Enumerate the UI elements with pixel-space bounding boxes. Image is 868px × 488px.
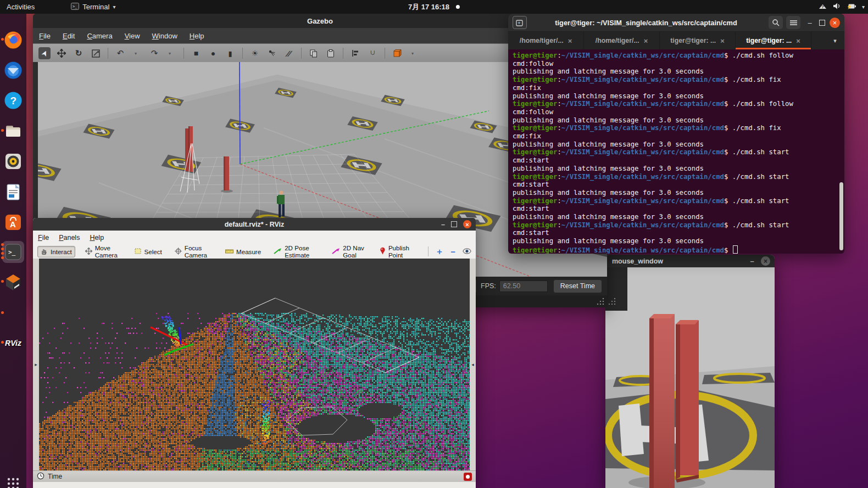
rviz-tool-2d-pose-estimate[interactable]: 2D Pose Estimate bbox=[271, 243, 322, 260]
rviz-tool-publish-point[interactable]: Publish Point bbox=[377, 243, 416, 260]
terminal-titlebar[interactable]: + tiger@tiger: ~/VISIM_single/catkin_ws/… bbox=[508, 14, 844, 32]
gazebo-menu-camera[interactable]: Camera bbox=[81, 32, 118, 40]
camera-view-3d[interactable] bbox=[605, 267, 775, 488]
gazebo-tool-redo-icon[interactable]: ↷ bbox=[148, 47, 160, 59]
resize-grip-icon[interactable] bbox=[608, 298, 616, 305]
rviz-tool-focus-camera[interactable]: Focus Camera bbox=[172, 243, 215, 260]
dock-item-show-apps[interactable] bbox=[3, 474, 23, 488]
rviz-tool-select[interactable]: Select bbox=[132, 246, 165, 257]
rviz-tool-move-camera[interactable]: Move Camera bbox=[82, 243, 125, 260]
dock-item-firefox[interactable] bbox=[3, 30, 23, 50]
dock-item-files[interactable] bbox=[3, 121, 23, 141]
rviz-3d-viewport[interactable]: ▸ ◂ bbox=[33, 259, 476, 470]
running-indicator-dot bbox=[1, 129, 4, 132]
menu-button[interactable] bbox=[786, 16, 800, 29]
gazebo-menu-help[interactable]: Help bbox=[183, 32, 210, 40]
dock-item-gazebo[interactable] bbox=[3, 272, 23, 292]
toolbar-separator bbox=[428, 246, 429, 256]
close-button[interactable]: × bbox=[761, 256, 770, 266]
gazebo-tool-scale-icon[interactable] bbox=[90, 47, 102, 59]
rviz-eye-icon[interactable] bbox=[463, 248, 471, 255]
gazebo-tool-box-icon[interactable]: ■ bbox=[190, 47, 202, 59]
gazebo-tool-rotate-icon[interactable]: ↻ bbox=[73, 47, 85, 59]
time-panel-close-button[interactable] bbox=[464, 473, 472, 481]
svg-text:?: ? bbox=[10, 95, 17, 106]
search-button[interactable] bbox=[769, 16, 783, 29]
gazebo-tool-cylinder-icon[interactable]: ▮ bbox=[224, 47, 236, 59]
dock-item-thunderbird[interactable] bbox=[3, 60, 23, 80]
prompt-user: tiger@tiger bbox=[513, 76, 557, 83]
gazebo-tool-select-arrow-icon[interactable]: ➤ bbox=[38, 47, 51, 59]
rviz-menu-file[interactable]: File bbox=[33, 234, 54, 242]
dock-item-rhythmbox[interactable] bbox=[3, 152, 23, 171]
gazebo-tool-sphere-icon[interactable]: ● bbox=[207, 47, 219, 59]
gazebo-tool-undo-icon[interactable]: ↶ bbox=[114, 47, 126, 59]
close-button[interactable]: × bbox=[463, 220, 471, 228]
gazebo-tool-directional-light-icon[interactable]: ∕∕ bbox=[283, 47, 295, 59]
dock-item-help[interactable]: ? bbox=[3, 91, 23, 110]
gazebo-tool-spot-light-icon[interactable] bbox=[266, 47, 278, 59]
chevron-down-icon: ▾ bbox=[113, 4, 115, 10]
tab-close-icon[interactable]: × bbox=[720, 37, 725, 45]
terminal-tab[interactable]: /home/tiger/...× bbox=[508, 32, 584, 49]
gazebo-tool-small-caret-icon[interactable]: ▾ bbox=[408, 47, 420, 59]
dock-item-rviz[interactable]: RViz bbox=[3, 333, 23, 353]
dock-item-software[interactable]: A bbox=[3, 212, 23, 232]
views-panel-collapsed[interactable]: ◂ bbox=[470, 259, 476, 470]
tab-close-icon[interactable]: × bbox=[796, 37, 800, 45]
rviz-tool-measure[interactable]: Measure bbox=[222, 247, 264, 256]
close-button[interactable]: × bbox=[830, 18, 840, 28]
activities-button[interactable]: Activities bbox=[0, 0, 41, 14]
gazebo-tool-paste-icon[interactable] bbox=[325, 47, 337, 59]
tab-list-dropdown[interactable]: ▾ bbox=[828, 32, 842, 49]
displays-panel-collapsed[interactable]: ▸ bbox=[33, 259, 39, 470]
rviz-tool-2d-nav-goal[interactable]: 2D Nav Goal bbox=[329, 243, 370, 260]
gazebo-menu-window[interactable]: Window bbox=[146, 32, 183, 40]
minimize-button[interactable]: – bbox=[748, 257, 756, 265]
mouse-window-titlebar[interactable]: mouse_window – × bbox=[605, 255, 775, 267]
rviz-minus-icon[interactable]: − bbox=[450, 247, 455, 256]
app-menu-button[interactable]: >_ Terminal ▾ bbox=[64, 0, 122, 14]
rviz-plus-icon[interactable]: ＋ bbox=[435, 246, 443, 257]
clock-button[interactable]: 7月 17 16:18 bbox=[408, 2, 460, 12]
gazebo-tool-point-light-icon[interactable]: ☀ bbox=[249, 47, 261, 59]
system-status-menu[interactable]: ? ⚡ ▾ bbox=[818, 2, 865, 12]
dock-item-writer[interactable] bbox=[3, 182, 23, 202]
tab-close-icon[interactable]: × bbox=[644, 37, 648, 45]
terminal-tab[interactable]: tiger@tiger: ...× bbox=[660, 32, 736, 49]
terminal-tab[interactable]: tiger@tiger: ...× bbox=[736, 32, 811, 49]
terminal-prompt-line: tiger@tiger:~/VISIM_single/catkin_ws/src… bbox=[513, 221, 844, 229]
terminal-tab[interactable]: /home/tiger/...× bbox=[584, 32, 660, 49]
tool-label: Interact bbox=[51, 248, 72, 255]
gazebo-tool-orange-box-icon[interactable] bbox=[391, 47, 403, 59]
minimize-button[interactable]: – bbox=[441, 221, 445, 228]
minimize-button[interactable]: – bbox=[806, 19, 814, 27]
rviz-titlebar[interactable]: default.rviz* - RViz – × bbox=[33, 218, 476, 231]
gazebo-tool-copy-icon[interactable] bbox=[308, 47, 320, 59]
terminal-screen[interactable]: tiger@tiger:~/VISIM_single/catkin_ws/src… bbox=[508, 49, 844, 254]
resize-grip-icon[interactable] bbox=[597, 298, 604, 305]
reset-time-button[interactable]: Reset Time bbox=[553, 279, 602, 293]
terminal-output-line: cmd:start bbox=[513, 156, 844, 165]
gazebo-tool-align-icon[interactable] bbox=[349, 47, 361, 59]
time-panel-header[interactable]: Time bbox=[33, 470, 476, 482]
gazebo-tool-small-caret-icon[interactable]: ▾ bbox=[131, 47, 143, 59]
pointcloud-canvas[interactable] bbox=[39, 259, 470, 470]
maximize-button[interactable] bbox=[819, 20, 825, 26]
dock-item-terminal[interactable]: >_ bbox=[3, 242, 23, 262]
tab-close-icon[interactable]: × bbox=[568, 37, 572, 45]
rviz-menu-help[interactable]: Help bbox=[85, 234, 109, 242]
gazebo-menu-file[interactable]: File bbox=[33, 32, 57, 40]
gazebo-tool-translate-icon[interactable] bbox=[55, 47, 68, 59]
dock-item-blank[interactable] bbox=[3, 304, 23, 323]
gazebo-menu-view[interactable]: View bbox=[119, 32, 146, 40]
gazebo-tool-magnet-icon[interactable]: ∩ bbox=[366, 47, 379, 59]
running-indicator-dot bbox=[1, 256, 4, 259]
gazebo-tool-small-caret-icon[interactable]: ▾ bbox=[165, 47, 177, 59]
maximize-button[interactable] bbox=[451, 221, 457, 227]
gazebo-menu-edit[interactable]: Edit bbox=[57, 32, 81, 40]
rviz-menu-panels[interactable]: Panels bbox=[54, 234, 85, 242]
new-tab-button[interactable]: + bbox=[513, 16, 527, 29]
rviz-tool-interact[interactable]: Interact bbox=[37, 246, 75, 257]
terminal-scrollbar[interactable] bbox=[839, 182, 843, 250]
